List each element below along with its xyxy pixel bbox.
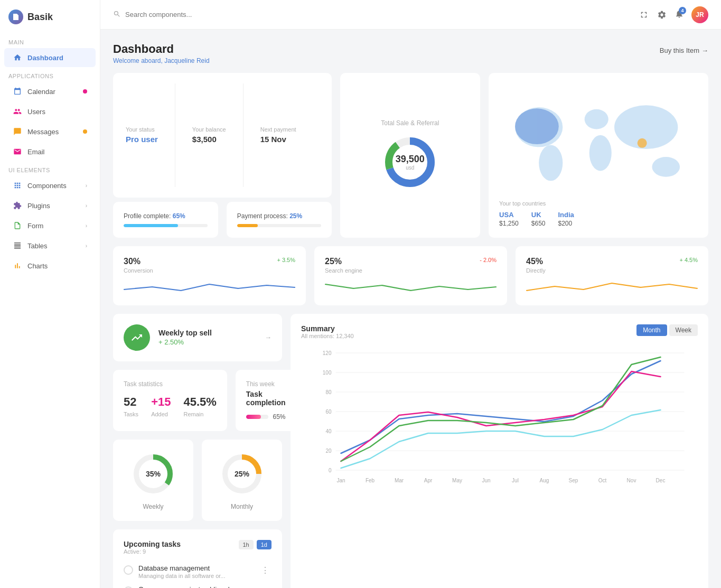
main-area: 4 JR Dashboard Welcome aboard, Jacquelin… — [100, 0, 721, 588]
sidebar-item-form[interactable]: Form › — [4, 216, 96, 235]
settings-icon[interactable] — [657, 10, 667, 20]
donut-unit: usd — [396, 165, 425, 171]
avatar-initials: JR — [696, 11, 704, 18]
summary-title-group: Summary All mentions: 12,340 — [301, 324, 354, 339]
charts-icon — [13, 261, 22, 270]
notifications-wrap[interactable]: 4 — [675, 9, 684, 20]
sidebar-item-calendar[interactable]: Calendar — [4, 82, 96, 101]
badge-1d[interactable]: 1d — [257, 540, 271, 549]
sidebar-item-components[interactable]: Components › — [4, 176, 96, 195]
sidebar-item-email[interactable]: Email — [4, 142, 96, 161]
donut-value: 39,500 — [396, 154, 425, 165]
task-radio-2[interactable] — [124, 586, 133, 588]
content-area: Dashboard Welcome aboard, Jacqueline Rei… — [100, 30, 721, 588]
sidebar-item-plugins[interactable]: Plugins › — [4, 196, 96, 215]
tasks-label: Tasks — [124, 411, 138, 417]
monthly-donut: 25% — [218, 450, 266, 498]
directly-pct: 45% — [526, 257, 546, 266]
stat-card-directly: 45% Directly + 4.5% — [516, 246, 708, 305]
conversion-label: Conversion — [124, 267, 153, 274]
task-menu-2[interactable]: ⋮ — [259, 585, 271, 588]
page-title: Dashboard — [113, 42, 210, 56]
status-label: Your status — [126, 126, 158, 133]
task-menu-1[interactable]: ⋮ — [259, 564, 271, 576]
users-icon — [13, 107, 22, 116]
topbar-actions: 4 JR — [639, 6, 708, 23]
completion-bar-bg — [246, 415, 269, 419]
payment-progress-label: Payment process: 25% — [237, 212, 302, 220]
logo-text: Basik — [27, 12, 53, 23]
task-this-row: Task statistics 52 Tasks +15 Added — [113, 370, 282, 431]
country-usa-name[interactable]: USA — [499, 211, 519, 219]
summary-header: Summary All mentions: 12,340 Month Week — [301, 324, 698, 339]
donut-title: Total Sale & Referral — [381, 119, 439, 127]
profile-progress-fill — [124, 224, 178, 227]
upcoming-title: Upcoming tasks — [124, 540, 181, 548]
task-item-1: Database management Managing data in all… — [124, 564, 271, 579]
country-india-name[interactable]: India — [558, 211, 574, 219]
country-uk-value: $650 — [531, 220, 546, 227]
buy-link[interactable]: Buy this Item → — [660, 46, 708, 54]
weekly-change: + 2.50% — [158, 338, 256, 346]
weekly-donut-label: Weekly — [143, 503, 163, 510]
task-radio-1[interactable] — [124, 565, 133, 575]
home-icon — [13, 53, 22, 62]
added-item: +15 Added — [151, 395, 171, 417]
calendar-badge — [83, 89, 87, 94]
form-arrow-icon: › — [86, 223, 87, 229]
summary-toggle: Month Week — [636, 324, 698, 336]
topbar: 4 JR — [100, 0, 721, 30]
svg-text:May: May — [452, 478, 462, 483]
svg-text:Nov: Nov — [627, 478, 636, 483]
completion-bar-fill — [246, 415, 261, 419]
country-uk-name[interactable]: UK — [531, 211, 546, 219]
country-india-value: $200 — [558, 220, 574, 227]
fullscreen-icon[interactable] — [639, 10, 649, 20]
payment-label: Next payment — [260, 126, 296, 133]
search-pct: 25% — [325, 257, 362, 266]
sidebar: Basik Main Dashboard Applications Calend… — [0, 0, 100, 588]
status-card: Your status Pro user Your balance $3,500… — [113, 73, 332, 198]
right-panel: Summary All mentions: 12,340 Month Week — [291, 314, 708, 588]
stat-cards-row: 30% Conversion + 3.5% 25% Search engine — [113, 246, 708, 305]
monthly-donut-label: Monthly — [231, 503, 253, 510]
profile-progress-card: Profile complete: 65% — [113, 202, 218, 238]
weekly-arrow-icon[interactable]: → — [265, 333, 271, 341]
summary-title: Summary — [301, 324, 354, 333]
weekly-info: Weekly top sell + 2.50% — [158, 329, 256, 346]
toggle-month[interactable]: Month — [636, 324, 667, 336]
sidebar-item-messages[interactable]: Messages — [4, 122, 96, 141]
weekly-donut-value: 35% — [146, 470, 161, 478]
completion-bar-wrap: 65% — [246, 413, 286, 421]
profile-progress-bar — [124, 224, 208, 227]
task-name-2: Open source project public release — [138, 585, 254, 588]
balance-value: $3,500 — [192, 135, 226, 144]
sidebar-item-tables[interactable]: Tables › — [4, 236, 96, 255]
task-name-1: Database management — [138, 564, 254, 572]
sidebar-item-label-charts: Charts — [27, 262, 87, 270]
components-arrow-icon: › — [86, 183, 87, 189]
toggle-week[interactable]: Week — [669, 324, 698, 336]
sidebar-item-charts[interactable]: Charts — [4, 256, 96, 275]
status-value: Pro user — [126, 135, 158, 144]
calendar-icon — [13, 87, 22, 96]
sidebar-item-users[interactable]: Users — [4, 102, 96, 121]
task-stats-card: Task statistics 52 Tasks +15 Added — [113, 370, 227, 431]
completion-pct: 65% — [273, 413, 285, 421]
sidebar-item-dashboard[interactable]: Dashboard — [4, 48, 96, 67]
map-svg — [499, 83, 698, 195]
summary-card: Summary All mentions: 12,340 Month Week — [291, 314, 708, 588]
progress-cards-row: Profile complete: 65% Payment process: — [113, 202, 332, 238]
added-label: Added — [151, 411, 171, 417]
tables-icon — [13, 241, 22, 250]
top-countries: Your top countries USA $1,250 UK $650 In… — [499, 200, 698, 227]
avatar[interactable]: JR — [691, 6, 708, 23]
payment-progress-bar — [237, 224, 321, 227]
badge-1h[interactable]: 1h — [239, 540, 254, 549]
task-stats-title: Task statistics — [124, 380, 217, 388]
svg-point-6 — [589, 135, 612, 171]
left-panel: Weekly top sell + 2.50% → Task statistic… — [113, 314, 282, 588]
weekly-donut-card: 35% Weekly — [113, 440, 193, 521]
world-map — [499, 83, 698, 195]
search-input[interactable] — [125, 11, 282, 18]
